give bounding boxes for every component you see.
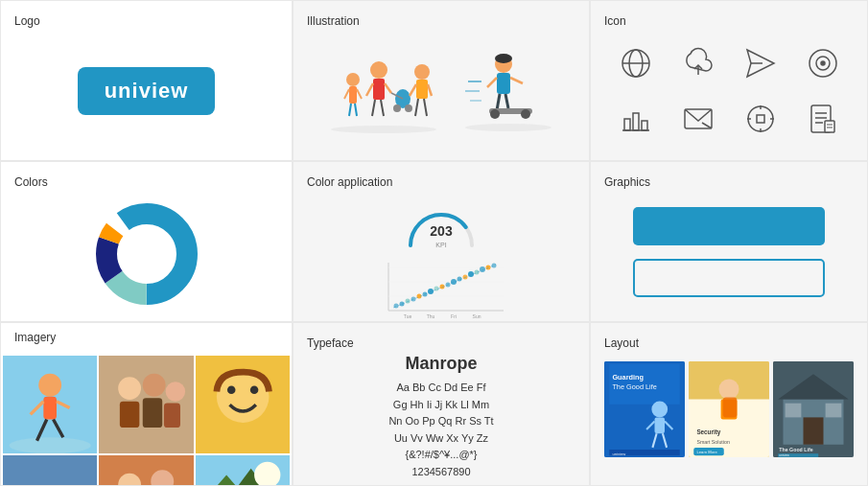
font-line1: Aa Bb Cc Dd Ee Ff bbox=[397, 382, 486, 393]
main-grid: Logo uniview Illustration bbox=[0, 0, 868, 486]
svg-rect-49 bbox=[642, 121, 647, 130]
typeface-cell: Typeface Manrope Aa Bb Cc Dd Ee Ff Gg Hh… bbox=[293, 322, 590, 486]
illustration-scooter-svg bbox=[460, 43, 556, 139]
font-line3: Nn Oo Pp Qq Rr Ss Tt bbox=[388, 415, 493, 427]
svg-point-15 bbox=[393, 104, 401, 112]
svg-point-23 bbox=[465, 124, 551, 131]
icon-send bbox=[733, 39, 787, 87]
font-line4: Uu Vv Ww Xx Yy Zz bbox=[394, 432, 488, 444]
svg-rect-118 bbox=[3, 455, 97, 486]
svg-line-29 bbox=[497, 94, 500, 110]
svg-rect-183 bbox=[786, 404, 802, 418]
svg-point-68 bbox=[118, 225, 176, 283]
svg-rect-182 bbox=[804, 417, 824, 444]
svg-point-172 bbox=[719, 380, 739, 400]
donut-container bbox=[14, 197, 278, 312]
svg-text:Security: Security bbox=[696, 428, 720, 436]
svg-text:Learn More: Learn More bbox=[696, 450, 717, 454]
svg-rect-2 bbox=[349, 86, 357, 104]
gauge-svg: 203 KPI bbox=[403, 199, 480, 252]
svg-text:The Good Life: The Good Life bbox=[612, 382, 656, 391]
svg-point-117 bbox=[250, 386, 259, 395]
font-sample: Aa Bb Cc Dd Ee Ff Gg Hh Ii Jj Kk Ll Mm N… bbox=[388, 380, 493, 481]
illustration-content bbox=[307, 35, 575, 147]
color-app-label: Color application bbox=[307, 175, 575, 189]
illustration-cell: Illustration bbox=[293, 0, 590, 161]
logo-container: uniview bbox=[14, 35, 278, 147]
graphics-cell: Graphics bbox=[590, 161, 868, 322]
svg-point-33 bbox=[521, 109, 530, 119]
font-line6: 1234567890 bbox=[411, 466, 470, 477]
layout-img-2: Security Smart Solution Learn More bbox=[689, 361, 769, 457]
svg-line-51 bbox=[702, 123, 712, 128]
svg-text:Sun: Sun bbox=[473, 313, 481, 319]
svg-line-3 bbox=[344, 89, 349, 99]
svg-rect-125 bbox=[99, 455, 193, 486]
svg-rect-184 bbox=[826, 404, 842, 418]
imagery-item-landscape bbox=[196, 455, 290, 486]
imagery-cell: Imagery bbox=[0, 322, 293, 486]
svg-line-30 bbox=[505, 94, 508, 108]
graphic-bar-filled bbox=[633, 207, 825, 245]
graphic-bar-outline bbox=[633, 259, 825, 297]
logo-box: uniview bbox=[78, 67, 216, 115]
svg-line-11 bbox=[372, 100, 375, 116]
icon-email bbox=[670, 95, 725, 143]
font-name: Manrope bbox=[405, 354, 477, 374]
svg-rect-48 bbox=[633, 113, 639, 130]
font-line5: {&?!#/$^¥...@*} bbox=[405, 449, 477, 460]
svg-point-100 bbox=[10, 437, 91, 453]
svg-line-12 bbox=[381, 100, 384, 116]
cloud-icon bbox=[681, 46, 716, 81]
icon-target bbox=[795, 39, 850, 87]
scatter-chart-area: Tue Thu Fri Sun bbox=[307, 258, 575, 320]
imagery-item-hands bbox=[3, 455, 97, 486]
svg-rect-26 bbox=[497, 73, 510, 94]
svg-line-6 bbox=[355, 104, 357, 116]
graphics-content bbox=[604, 197, 854, 308]
svg-text:KPI: KPI bbox=[435, 242, 446, 248]
layout-images: Guarding The Good Life uniview bbox=[604, 358, 854, 472]
graphics-label: Graphics bbox=[604, 175, 854, 189]
svg-line-28 bbox=[510, 78, 523, 83]
icon-bar-chart bbox=[608, 95, 663, 143]
color-application-cell: Color application 203 KPI bbox=[293, 161, 590, 322]
svg-text:203: 203 bbox=[430, 223, 453, 239]
svg-text:Tue: Tue bbox=[404, 313, 412, 319]
svg-text:Smart Solution: Smart Solution bbox=[696, 439, 730, 445]
email-icon bbox=[681, 102, 716, 136]
svg-rect-111 bbox=[120, 402, 139, 428]
icon-cell: Icon bbox=[590, 0, 868, 161]
imagery-label: Imagery bbox=[1, 323, 292, 348]
svg-text:uniview: uniview bbox=[779, 453, 789, 457]
svg-rect-112 bbox=[143, 398, 162, 428]
typeface-label: Typeface bbox=[307, 336, 354, 350]
svg-text:Fri: Fri bbox=[451, 313, 457, 319]
svg-point-93 bbox=[492, 264, 497, 268]
imagery-item-people bbox=[99, 455, 193, 486]
layout-cell: Layout Guarding The Good Life uniview bbox=[590, 322, 868, 486]
svg-point-16 bbox=[405, 104, 412, 112]
svg-point-109 bbox=[143, 374, 166, 397]
svg-point-78 bbox=[406, 299, 411, 304]
imagery-item-smile bbox=[196, 356, 290, 453]
svg-point-7 bbox=[370, 61, 387, 79]
svg-line-20 bbox=[428, 84, 432, 96]
svg-line-19 bbox=[410, 84, 416, 96]
svg-point-25 bbox=[495, 54, 512, 63]
gauge-area: 203 KPI bbox=[307, 197, 575, 254]
svg-text:Thu: Thu bbox=[427, 313, 435, 319]
donut-chart bbox=[89, 197, 204, 312]
layout-img-3: The Good Life uniview bbox=[773, 361, 854, 457]
svg-rect-18 bbox=[416, 80, 428, 99]
svg-line-4 bbox=[357, 89, 362, 99]
colors-cell: Colors bbox=[0, 161, 293, 322]
illustration-family-svg bbox=[326, 43, 441, 139]
imagery-item-running bbox=[3, 356, 97, 453]
svg-rect-47 bbox=[624, 119, 630, 130]
svg-point-162 bbox=[651, 402, 668, 418]
svg-rect-113 bbox=[164, 403, 180, 428]
icon-cloud bbox=[670, 39, 725, 87]
svg-text:uniview: uniview bbox=[612, 451, 626, 456]
illustration-label: Illustration bbox=[307, 14, 575, 28]
